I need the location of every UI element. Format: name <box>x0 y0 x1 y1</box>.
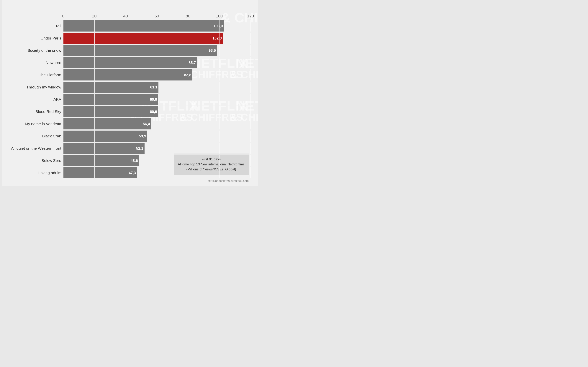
bar-row: The Platform82,8 <box>63 69 250 81</box>
bar-row: My name is Vendetta56,4 <box>63 118 250 129</box>
bar-track: 53,9 <box>63 131 250 142</box>
grid-line <box>157 69 157 81</box>
grid-line <box>219 57 220 68</box>
grid-line <box>250 143 251 154</box>
bar-label: Under Paris <box>7 36 61 41</box>
grid-line <box>188 45 188 56</box>
bar-row: Society of the snow98,5 <box>63 45 250 56</box>
bar-track: 56,4 <box>63 118 250 129</box>
grid-line <box>219 20 220 32</box>
bar-separator <box>63 118 250 118</box>
grid-line <box>219 131 220 142</box>
bar-row: Troll103,0 <box>63 20 250 32</box>
grid-line <box>94 69 95 81</box>
bar-track: 52,1 <box>63 143 250 154</box>
bar-track: 102,3 <box>63 33 250 44</box>
bar-label: Troll <box>7 24 61 28</box>
grid-line <box>250 33 251 44</box>
grid-line <box>188 20 188 32</box>
bar-separator <box>63 81 250 82</box>
grid-line <box>188 82 188 93</box>
grid-line <box>250 94 251 105</box>
bar-row: Black Crab53,9 <box>63 131 250 142</box>
grid-line <box>63 20 63 32</box>
grid-line <box>94 106 95 117</box>
grid-line <box>94 20 95 32</box>
bar-label: The Platform <box>7 73 61 77</box>
grid-line <box>219 167 220 178</box>
grid-line <box>63 143 63 154</box>
bar-fill: 61,1 <box>63 82 158 93</box>
grid-line <box>94 45 95 56</box>
grid-line <box>250 20 251 32</box>
bar-row: Blood Red Sky60,9 <box>63 106 250 117</box>
grid-line <box>94 167 95 178</box>
grid-line <box>126 131 126 142</box>
grid-line <box>219 155 220 166</box>
grid-line <box>94 57 95 68</box>
bar-fill: 47,3 <box>63 167 137 178</box>
grid-line <box>157 118 157 129</box>
bar-separator <box>63 106 250 106</box>
grid-line <box>126 20 126 32</box>
grid-line <box>63 106 63 117</box>
grid-line <box>157 106 157 117</box>
grid-line <box>250 69 251 81</box>
grid-line <box>126 155 126 166</box>
grid-line <box>250 57 251 68</box>
bar-row: Nowhere85,7 <box>63 57 250 68</box>
grid-line <box>157 45 157 56</box>
grid-line <box>126 167 126 178</box>
chart-container: NETFLIX & CHIFFRES NETFLIX & CHIFFRES NE… <box>2 0 258 186</box>
bar-value: 82,8 <box>184 73 191 77</box>
grid-line <box>63 82 63 93</box>
chart-inner: 0 20 40 60 80 100 120 Troll103,0Under Pa… <box>6 6 250 179</box>
bar-value: 103,0 <box>213 24 223 28</box>
grid-line <box>157 167 157 178</box>
bar-separator <box>63 93 250 94</box>
grid-line <box>63 57 63 68</box>
grid-line <box>188 106 188 117</box>
grid-line <box>219 94 220 105</box>
grid-line <box>126 106 126 117</box>
x-label-20: 20 <box>92 14 96 18</box>
grid-line <box>126 57 126 68</box>
bar-fill: 102,3 <box>63 33 223 44</box>
legend-line-1: First 91 days <box>178 157 245 162</box>
grid-line <box>94 118 95 129</box>
grid-line <box>188 131 188 142</box>
bar-label: Society of the snow <box>7 48 61 53</box>
grid-line <box>63 94 63 105</box>
legend-line-2: All-time Top 13 New international Netfli… <box>178 162 245 167</box>
grid-line <box>94 143 95 154</box>
grid-line <box>219 118 220 129</box>
grid-line <box>250 106 251 117</box>
bar-value: 53,9 <box>139 134 146 138</box>
bar-separator <box>63 142 250 143</box>
grid-line <box>219 45 220 56</box>
grid-line <box>250 155 251 166</box>
bar-value: 102,3 <box>213 36 222 41</box>
bar-value: 60,9 <box>150 110 157 114</box>
grid-line <box>157 131 157 142</box>
bar-fill: 98,5 <box>63 45 217 56</box>
bar-value: 47,3 <box>128 171 136 175</box>
x-label-60: 60 <box>154 14 159 18</box>
x-axis-row <box>63 6 250 12</box>
bar-track: 60,9 <box>63 106 250 117</box>
grid-line <box>94 131 95 142</box>
grid-line <box>126 69 126 81</box>
bar-track: 98,5 <box>63 45 250 56</box>
bar-fill: 53,9 <box>63 131 147 142</box>
grid-line <box>188 94 188 105</box>
bar-label: Blood Red Sky <box>7 109 61 114</box>
bar-separator <box>63 167 250 167</box>
x-axis-labels: 0 20 40 60 80 100 120 <box>63 14 250 19</box>
legend-box: First 91 days All-time Top 13 New intern… <box>174 154 249 175</box>
grid-line <box>157 82 157 93</box>
grid-line <box>157 155 157 166</box>
grid-line <box>94 33 95 44</box>
grid-line <box>250 167 251 178</box>
grid-line <box>188 69 188 81</box>
grid-line <box>250 131 251 142</box>
